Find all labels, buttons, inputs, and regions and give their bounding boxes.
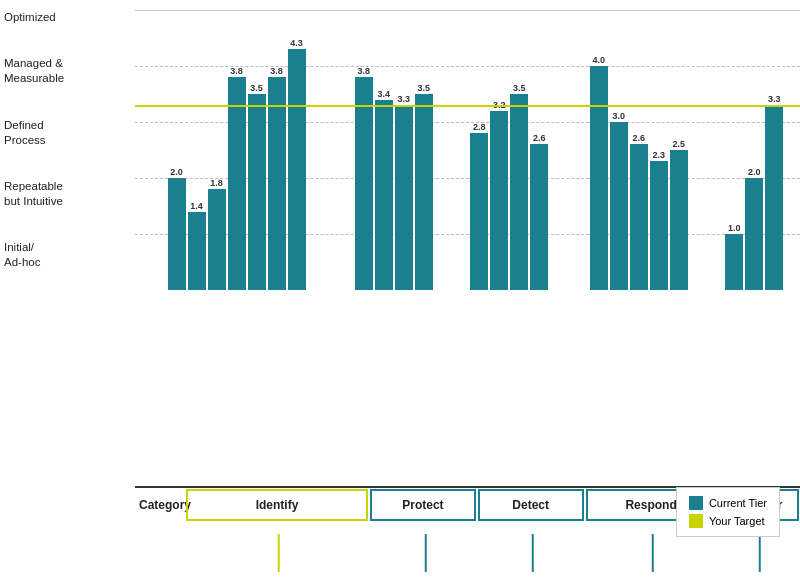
y-label-optimized: Optimized [0, 10, 135, 25]
bar-group-respond: 4.03.02.62.32.5 [567, 55, 710, 290]
bar-col-recover-1: 2.0 [745, 167, 763, 290]
tick-group-identify [185, 522, 372, 577]
legend-swatch-teal [689, 496, 703, 510]
bar-col-protect-1: 3.4 [375, 89, 393, 290]
bar-col-respond-3: 2.3 [650, 150, 668, 290]
legend: Current Tier Your Target [676, 487, 780, 537]
bar-value-identify-0: 2.0 [170, 167, 183, 177]
bar-respond-2 [630, 144, 648, 290]
cat-label-detect: Detect [478, 489, 584, 521]
y-label-managed: Managed &Measurable [0, 56, 135, 86]
bar-value-identify-3: 3.8 [230, 66, 243, 76]
bar-value-protect-1: 3.4 [378, 89, 391, 99]
legend-current: Current Tier [689, 496, 767, 510]
bar-col-identify-6: 4.3 [288, 38, 306, 290]
bar-recover-2 [765, 105, 783, 290]
legend-label-current: Current Tier [709, 497, 767, 509]
bar-col-identify-0: 2.0 [168, 167, 186, 290]
y-axis: Optimized Managed &Measurable DefinedPro… [0, 10, 135, 300]
bar-identify-6 [288, 49, 306, 290]
tick-respond [652, 534, 655, 572]
bar-group-identify: 2.01.41.83.83.53.84.3 [137, 38, 336, 290]
bar-group-recover: 1.02.03.3 [710, 94, 798, 290]
bar-col-detect-0: 2.8 [470, 122, 488, 290]
bar-identify-2 [208, 189, 226, 290]
bar-identify-0 [168, 178, 186, 290]
bar-value-respond-3: 2.3 [652, 150, 665, 160]
y-label-repeatable: Repeatablebut Intuitive [0, 179, 135, 209]
bar-col-identify-3: 3.8 [228, 66, 246, 290]
bar-col-detect-1: 3.2 [490, 100, 508, 290]
bar-recover-1 [745, 178, 763, 290]
bar-value-protect-3: 3.5 [418, 83, 431, 93]
bar-value-recover-1: 2.0 [748, 167, 761, 177]
bar-col-respond-0: 4.0 [590, 55, 608, 290]
tick-identify [277, 534, 280, 572]
bar-identify-4 [248, 94, 266, 290]
chart-container: Optimized Managed &Measurable DefinedPro… [0, 0, 800, 577]
tick-recover [759, 534, 762, 572]
bar-value-respond-1: 3.0 [612, 111, 625, 121]
bar-value-detect-3: 2.6 [533, 133, 546, 143]
bar-value-identify-5: 3.8 [270, 66, 283, 76]
bar-detect-3 [530, 144, 548, 290]
plot-area: 2.01.41.83.83.53.84.33.83.43.33.52.83.23… [135, 0, 800, 486]
bar-col-respond-4: 2.5 [670, 139, 688, 290]
bar-group-protect: 3.83.43.33.5 [336, 66, 451, 290]
bar-identify-1 [188, 212, 206, 290]
bar-col-recover-2: 3.3 [765, 94, 783, 290]
bar-protect-0 [355, 77, 373, 290]
bar-detect-2 [510, 94, 528, 290]
bar-respond-1 [610, 122, 628, 290]
bar-value-respond-4: 2.5 [672, 139, 685, 149]
bar-value-protect-0: 3.8 [358, 66, 371, 76]
bar-detect-1 [490, 111, 508, 290]
bar-identify-3 [228, 77, 246, 290]
bar-col-protect-3: 3.5 [415, 83, 433, 290]
bar-value-detect-0: 2.8 [473, 122, 486, 132]
bar-value-respond-0: 4.0 [592, 55, 605, 65]
legend-label-target: Your Target [709, 515, 765, 527]
tick-group-detect [479, 522, 586, 577]
bar-col-identify-5: 3.8 [268, 66, 286, 290]
bar-col-recover-0: 1.0 [725, 223, 743, 290]
bar-col-respond-2: 2.6 [630, 133, 648, 290]
bar-protect-1 [375, 100, 393, 290]
tick-group-protect [372, 522, 479, 577]
category-header-label: Category [135, 488, 185, 522]
bar-value-identify-4: 3.5 [250, 83, 263, 93]
bar-col-identify-2: 1.8 [208, 178, 226, 290]
bar-value-respond-2: 2.6 [632, 133, 645, 143]
bar-value-identify-6: 4.3 [290, 38, 303, 48]
cat-label-identify: Identify [186, 489, 368, 521]
bar-col-protect-0: 3.8 [355, 66, 373, 290]
y-label-defined: DefinedProcess [0, 118, 135, 148]
bar-col-protect-2: 3.3 [395, 94, 413, 290]
bar-col-identify-4: 3.5 [248, 83, 266, 290]
bar-value-detect-2: 3.5 [513, 83, 526, 93]
bar-recover-0 [725, 234, 743, 290]
bar-protect-3 [415, 94, 433, 290]
bar-col-respond-1: 3.0 [610, 111, 628, 290]
bar-value-identify-1: 1.4 [190, 201, 203, 211]
legend-swatch-yellow [689, 514, 703, 528]
bar-col-detect-3: 2.6 [530, 133, 548, 290]
bar-respond-4 [670, 150, 688, 290]
bar-col-detect-2: 3.5 [510, 83, 528, 290]
bar-identify-5 [268, 77, 286, 290]
legend-target: Your Target [689, 514, 767, 528]
cat-label-protect: Protect [370, 489, 476, 521]
bar-value-recover-2: 3.3 [768, 94, 781, 104]
bar-value-protect-2: 3.3 [398, 94, 411, 104]
bar-detect-0 [470, 133, 488, 290]
bar-group-detect: 2.83.23.52.6 [452, 83, 567, 290]
bar-value-identify-2: 1.8 [210, 178, 223, 188]
bar-respond-0 [590, 66, 608, 290]
bar-value-recover-0: 1.0 [728, 223, 741, 233]
tick-protect [424, 534, 427, 572]
bar-col-identify-1: 1.4 [188, 201, 206, 290]
tick-detect [531, 534, 534, 572]
bar-protect-2 [395, 105, 413, 290]
bar-respond-3 [650, 161, 668, 290]
y-label-initial: Initial/Ad-hoc [0, 240, 135, 270]
